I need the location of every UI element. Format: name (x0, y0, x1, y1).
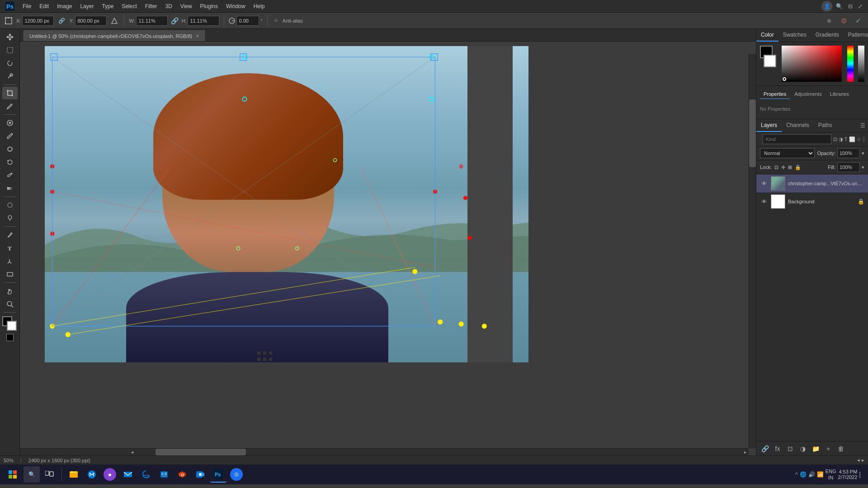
text-tool[interactable]: T (2, 242, 18, 254)
lock-all-icon[interactable]: 🔒 (795, 164, 801, 170)
lock-pixels-icon[interactable]: ⊡ (774, 164, 778, 170)
task-view-button[interactable] (42, 466, 58, 483)
taskbar-app-blue-circle[interactable]: ⊙ (228, 466, 245, 483)
libraries-tab[interactable]: Libraries (826, 89, 853, 99)
menu-plugins[interactable]: Plugins (197, 1, 222, 11)
zoom-tool[interactable] (2, 298, 18, 310)
link-wh-icon[interactable]: 🔗 (170, 17, 179, 25)
extend-icon[interactable]: ⤢ (856, 3, 864, 9)
adjustments-tab[interactable]: Adjustments (791, 89, 826, 99)
menu-layer[interactable]: Layer (76, 1, 97, 11)
layer-visibility-1[interactable]: 👁 (760, 197, 768, 206)
clone-tool[interactable] (2, 143, 18, 155)
transform-mask-icon[interactable]: ⊛ (823, 14, 835, 27)
taskbar-app-explorer[interactable] (66, 466, 82, 483)
swatches-tab[interactable]: Swatches (778, 29, 811, 42)
layer-search-input[interactable] (763, 134, 831, 144)
taskbar-search[interactable]: 🔍 (24, 466, 40, 483)
link-layers-button[interactable]: 🔗 (760, 444, 770, 454)
gradient-tool[interactable] (2, 182, 18, 195)
history-tool[interactable] (2, 156, 18, 169)
filter-toggle[interactable] (863, 136, 865, 142)
taskbar-app-office[interactable]: O (174, 466, 190, 483)
clock[interactable]: 4:53 PM 2/7/2022 (838, 469, 858, 480)
eraser-tool[interactable] (2, 169, 18, 182)
menu-type[interactable]: Type (98, 1, 117, 11)
scroll-left[interactable]: ◂ (128, 449, 136, 455)
filter-smart-icon[interactable]: ☆ (857, 136, 861, 142)
filter-shape-icon[interactable]: ⬜ (849, 136, 855, 142)
color-spectrum[interactable] (847, 46, 854, 82)
blur-tool[interactable] (2, 199, 18, 211)
arrange-icon[interactable]: ⊟ (846, 3, 854, 9)
canvas-container[interactable]: ◂ ▸ (20, 42, 756, 455)
opacity-input[interactable] (837, 148, 860, 158)
x-input[interactable] (22, 16, 54, 26)
taskbar-app-photoshop[interactable]: Ps (210, 466, 226, 483)
taskbar-app-purple[interactable]: ● (102, 466, 118, 483)
filter-pixel-icon[interactable]: ⊡ (833, 136, 837, 142)
properties-tab[interactable]: Properties (760, 89, 790, 99)
healing-tool[interactable] (2, 117, 18, 129)
opacity-dropdown[interactable]: ▾ (862, 150, 864, 156)
patterns-tab[interactable]: Patterns (844, 29, 868, 42)
horizontal-scrollbar[interactable]: ◂ ▸ (20, 448, 749, 455)
quick-mask-icon[interactable] (6, 334, 14, 341)
background-color[interactable] (764, 55, 776, 67)
pen-tool[interactable] (2, 229, 18, 241)
new-layer-button[interactable]: + (823, 444, 833, 454)
taskbar-app-news[interactable] (156, 466, 172, 483)
scroll-canvas-left[interactable]: ◂ (857, 457, 860, 463)
menu-view[interactable]: View (177, 1, 196, 11)
start-button[interactable] (4, 465, 22, 483)
lock-artboards-icon[interactable]: ⊞ (788, 164, 792, 170)
search-icon[interactable]: 🔍 (834, 3, 844, 9)
account-icon[interactable]: 👤 (821, 1, 832, 12)
menu-file[interactable]: File (19, 1, 35, 11)
paths-tab[interactable]: Paths (814, 119, 837, 132)
y-input[interactable] (75, 16, 107, 26)
scroll-canvas-right[interactable]: ▸ (862, 457, 864, 463)
new-group-button[interactable]: 📁 (811, 444, 821, 454)
h-input[interactable] (188, 16, 219, 26)
eyedropper-tool[interactable] (2, 100, 18, 113)
hand-tool[interactable] (2, 285, 18, 297)
magic-wand-tool[interactable] (2, 70, 18, 83)
move-tool[interactable] (2, 31, 18, 43)
background-color-swatch[interactable] (7, 321, 17, 331)
menu-image[interactable]: Image (53, 1, 75, 11)
opacity-spectrum[interactable] (858, 46, 864, 82)
add-effect-button[interactable]: fx (773, 444, 783, 454)
tray-wifi[interactable]: 📶 (817, 471, 824, 478)
dodge-tool[interactable] (2, 212, 18, 225)
link-xy-icon[interactable]: 🔗 (57, 16, 66, 26)
taskbar-app-outlook[interactable] (192, 466, 208, 483)
color-tab[interactable]: Color (756, 29, 778, 42)
tray-network[interactable]: 🌐 (800, 471, 807, 478)
menu-help[interactable]: Help (250, 1, 269, 11)
h-scrollbar-thumb[interactable] (156, 449, 246, 455)
fill-dropdown[interactable]: ▾ (862, 164, 864, 170)
tab-close-button[interactable]: × (196, 33, 199, 39)
accept-transform-button[interactable]: ✓ (852, 14, 864, 27)
menu-window[interactable]: Window (222, 1, 249, 11)
lock-position-icon[interactable]: ✛ (781, 164, 785, 170)
shape-tool[interactable] (2, 268, 18, 281)
menu-edit[interactable]: Edit (36, 1, 52, 11)
delete-layer-button[interactable]: 🗑 (836, 444, 846, 454)
new-adjustment-button[interactable]: ◑ (798, 444, 808, 454)
w-input[interactable] (136, 16, 168, 26)
systray-eng[interactable]: ENGIN (826, 468, 836, 481)
layer-item-0[interactable]: 👁 christopher-camp...VtE7vOs-unsplash (756, 174, 868, 192)
tray-volume[interactable]: 🔊 (808, 471, 815, 478)
blend-mode-select[interactable]: Normal (760, 148, 815, 158)
menu-filter[interactable]: Filter (142, 1, 161, 11)
scroll-right[interactable]: ▸ (741, 449, 749, 455)
cancel-transform-button[interactable]: ⊘ (837, 14, 850, 27)
layers-menu-icon[interactable]: ☰ (858, 119, 868, 132)
layer-item-1[interactable]: 👁 Background 🔒 (756, 192, 868, 211)
fill-input[interactable] (837, 162, 860, 172)
layers-tab[interactable]: Layers (756, 119, 782, 132)
menu-select[interactable]: Select (118, 1, 140, 11)
marquee-tool[interactable] (2, 44, 18, 56)
